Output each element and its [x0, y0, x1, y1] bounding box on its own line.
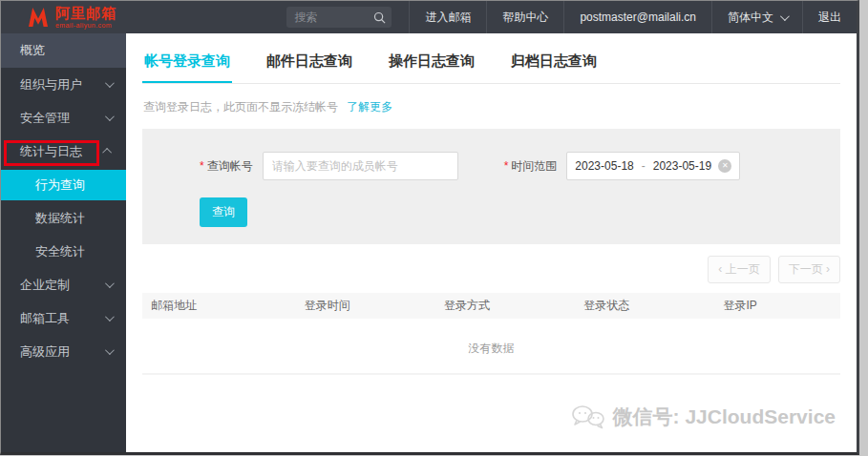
topbar: 阿里邮箱 email-aliyun.com 进入邮箱 帮助中心 postmast… — [1, 1, 857, 33]
query-form-panel: *查询帐号 *时间范围 2023-05-18 - 2023-05-19 查询 — [142, 129, 840, 244]
search-input[interactable] — [294, 10, 373, 24]
enter-mailbox-label: 进入邮箱 — [425, 10, 471, 26]
learn-more-link[interactable]: 了解更多 — [347, 100, 392, 114]
search-icon[interactable] — [373, 11, 386, 24]
required-asterisk: * — [200, 159, 204, 173]
sidebar-item-label: 组织与用户 — [20, 76, 82, 93]
sidebar-item-label: 统计与日志 — [20, 143, 82, 160]
logo-m-icon — [28, 8, 49, 27]
topbar-right: 进入邮箱 帮助中心 postmaster@mailali.cn 简体中文 退出 — [286, 1, 857, 33]
range-field-label: *时间范围 — [504, 158, 558, 175]
date-range-picker[interactable]: 2023-05-18 - 2023-05-19 — [566, 152, 740, 180]
chevron-down-icon — [105, 112, 115, 121]
sidebar-item-label: 企业定制 — [20, 277, 70, 294]
enter-mailbox-link[interactable]: 进入邮箱 — [409, 1, 486, 33]
sidebar-item-label: 概览 — [20, 42, 45, 59]
account-input[interactable] — [263, 152, 458, 180]
logout-label: 退出 — [818, 10, 841, 26]
sidebar-item-behavior-query[interactable]: 行为查询 — [1, 170, 126, 200]
col-login-time: 登录时间 — [296, 298, 435, 314]
sidebar-item-overview[interactable]: 概览 — [1, 33, 126, 68]
language-selector[interactable]: 简体中文 — [711, 1, 802, 33]
logout-link[interactable]: 退出 — [802, 1, 857, 33]
account-email-label: postmaster@mailali.cn — [580, 10, 696, 24]
pagination: ‹ 上一页 下一页 › — [142, 256, 840, 283]
sidebar-item-data-stats[interactable]: 数据统计 — [1, 201, 126, 235]
tab-operation-log-query[interactable]: 操作日志查询 — [387, 47, 476, 83]
sidebar-item-security-mgmt[interactable]: 安全管理 — [1, 101, 126, 135]
content-divider — [142, 373, 840, 375]
empty-state-text: 没有数据 — [126, 341, 857, 357]
language-label: 简体中文 — [728, 10, 773, 26]
date-separator: - — [642, 159, 646, 173]
logo-subtitle: email-aliyun.com — [55, 22, 116, 29]
page-description: 查询登录日志，此页面不显示冻结帐号 了解更多 — [143, 99, 840, 115]
range-label-text: 时间范围 — [511, 159, 557, 173]
chevron-down-icon — [105, 279, 115, 288]
result-table-header: 邮箱地址 登录时间 登录方式 登录状态 登录IP — [142, 293, 840, 319]
col-login-ip: 登录IP — [714, 298, 840, 314]
sidebar-item-stats-logs[interactable]: 统计与日志 — [1, 135, 126, 168]
tab-account-login-query[interactable]: 帐号登录查询 — [142, 47, 232, 83]
tab-archive-log-query[interactable]: 归档日志查询 — [509, 47, 599, 83]
tab-mail-log-query[interactable]: 邮件日志查询 — [265, 47, 354, 83]
help-center-link[interactable]: 帮助中心 — [486, 1, 563, 33]
topbar-search-box[interactable] — [286, 7, 392, 28]
aliyun-mail-logo[interactable]: 阿里邮箱 email-aliyun.com — [28, 6, 116, 29]
chevron-up-icon — [102, 148, 112, 157]
col-email-address: 邮箱地址 — [142, 298, 296, 314]
sidebar-item-security-stats[interactable]: 安全统计 — [1, 235, 126, 268]
query-form-row: *查询帐号 *时间范围 2023-05-18 - 2023-05-19 — [200, 152, 821, 180]
sidebar-item-label: 安全统计 — [35, 243, 85, 260]
help-center-label: 帮助中心 — [502, 10, 548, 26]
date-end-value[interactable]: 2023-05-19 — [653, 159, 711, 173]
logo-text: 阿里邮箱 email-aliyun.com — [55, 6, 116, 29]
sidebar-item-label: 数据统计 — [35, 210, 85, 227]
next-page-button[interactable]: 下一页 › — [778, 256, 840, 283]
sidebar-item-label: 安全管理 — [20, 110, 70, 127]
chevron-down-icon — [105, 345, 115, 355]
sidebar-item-label: 邮箱工具 — [20, 310, 70, 327]
col-login-method: 登录方式 — [435, 298, 575, 314]
sidebar-nav: 概览 组织与用户 安全管理 统计与日志 行为查询 数据统计 安全统计 企业定制 … — [1, 33, 126, 452]
logo-title: 阿里邮箱 — [55, 6, 116, 20]
sidebar-item-enterprise-custom[interactable]: 企业定制 — [1, 268, 126, 301]
account-label-text: 查询帐号 — [207, 159, 253, 173]
required-asterisk: * — [504, 159, 509, 173]
log-query-tabs: 帐号登录查询 邮件日志查询 操作日志查询 归档日志查询 — [142, 33, 840, 84]
query-submit-button[interactable]: 查询 — [200, 197, 247, 227]
sidebar-item-label: 高级应用 — [20, 343, 70, 361]
account-email[interactable]: postmaster@mailali.cn — [563, 1, 711, 33]
page-description-text: 查询登录日志，此页面不显示冻结帐号 — [143, 100, 338, 114]
account-field-label: *查询帐号 — [200, 158, 253, 175]
chevron-down-icon — [780, 11, 790, 21]
admin-console-window: 阿里邮箱 email-aliyun.com 进入邮箱 帮助中心 postmast… — [0, 0, 859, 455]
sidebar-item-mail-tools[interactable]: 邮箱工具 — [1, 301, 126, 335]
col-login-status: 登录状态 — [575, 298, 714, 314]
date-start-value[interactable]: 2023-05-18 — [575, 159, 633, 173]
main-content: 帐号登录查询 邮件日志查询 操作日志查询 归档日志查询 查询登录日志，此页面不显… — [126, 33, 857, 452]
chevron-down-icon — [105, 312, 115, 321]
date-range-group: *时间范围 2023-05-18 - 2023-05-19 — [504, 152, 741, 180]
prev-page-button[interactable]: ‹ 上一页 — [708, 256, 770, 283]
clear-date-icon[interactable] — [718, 159, 731, 173]
sidebar-item-label: 行为查询 — [35, 176, 85, 194]
chevron-down-icon — [105, 78, 115, 88]
sidebar-item-advanced-apps[interactable]: 高级应用 — [1, 335, 126, 368]
sidebar-item-org-users[interactable]: 组织与用户 — [1, 68, 126, 101]
